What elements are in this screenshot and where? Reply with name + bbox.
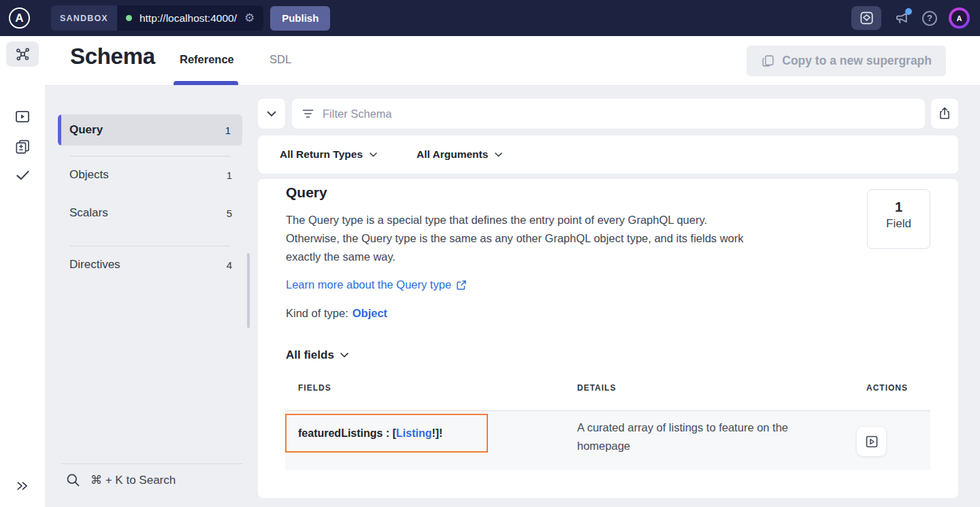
user-avatar[interactable]: A [949,7,970,29]
chevron-down-icon [340,353,348,358]
field-count-value: 1 [868,199,930,215]
filter-schema-field[interactable] [292,99,925,129]
search-hint-label: ⌘ + K to Search [91,473,176,487]
type-description: The Query type is a special type that de… [286,211,762,266]
page-title: Schema [70,44,155,69]
chevron-down-icon [267,111,276,117]
page-header: Schema Reference SDL Copy to a new super… [45,36,980,86]
schema-graph-icon [15,46,31,62]
share-export-icon [938,107,951,120]
topbar-right-icons: ? A [851,6,970,30]
copy-to-supergraph-button[interactable]: Copy to a new supergraph [747,46,946,76]
apollo-logo-icon[interactable]: A [9,7,30,29]
kind-value-link[interactable]: Object [353,307,387,319]
expand-rail-button[interactable] [0,478,45,493]
filter-icon [301,108,314,119]
gear-icon[interactable]: ⚙ [244,12,255,24]
play-box-icon [14,108,31,125]
column-header-actions: ACTIONS [836,383,930,393]
double-chevron-right-icon [15,478,30,493]
count-badge: 1 [225,125,231,136]
schema-sidebar: Query 1 Objects 1 Scalars 5 Directives 4… [45,86,258,507]
sidebar-item-query[interactable]: Query 1 [58,114,242,146]
type-detail-card: Query 1 Field The Query type is a specia… [258,179,958,498]
rail-item-changelog[interactable] [0,138,45,154]
rail-item-schema[interactable] [6,42,39,67]
field-suffix: !]! [431,427,442,440]
fields-table-header: FIELDS DETAILS ACTIONS [285,383,930,393]
publish-button[interactable]: Publish [270,6,330,31]
run-field-in-explorer-button[interactable] [856,426,887,457]
filter-scope-dropdown-button[interactable] [258,99,285,129]
sidebar-divider [69,246,230,246]
chevron-down-icon [370,152,377,157]
sidebar-divider [69,156,230,157]
return-types-dropdown[interactable]: All Return Types [280,148,377,161]
tab-reference[interactable]: Reference [180,53,234,66]
count-badge: 5 [227,208,232,219]
left-rail [0,36,45,507]
filter-toolbar [258,99,958,129]
question-mark-icon: ? [927,13,932,23]
count-badge: 1 [227,169,232,181]
sidebar-scrollbar-thumb[interactable] [247,253,250,328]
field-count-label: Field [868,217,930,231]
sandbox-cube-button[interactable] [851,6,881,30]
field-type-link[interactable]: Listing [396,427,431,440]
field-count-card: 1 Field [867,189,930,249]
export-schema-button[interactable] [931,99,958,129]
notification-dot [905,8,912,15]
column-header-fields: FIELDS [285,383,577,393]
tab-sdl[interactable]: SDL [270,53,291,66]
sandbox-endpoint-group: SANDBOX http://localhost:4000/ ⚙ [51,5,263,31]
sidebar-item-objects[interactable]: Objects 1 [69,166,232,184]
checkmark-icon [14,167,31,184]
help-button[interactable]: ? [922,11,937,26]
sidebar-item-scalars[interactable]: Scalars 5 [69,204,232,222]
rail-item-explorer[interactable] [0,108,45,125]
connection-status-dot [126,15,132,21]
stacked-docs-icon [14,138,31,154]
field-row-featuredListings: featuredListings : [Listing!]! A curated… [285,411,930,470]
all-fields-dropdown[interactable]: All fields [286,348,348,362]
top-bar: A SANDBOX http://localhost:4000/ ⚙ Publi… [0,0,980,36]
arguments-dropdown[interactable]: All Arguments [416,148,502,161]
field-name: featuredListings [298,427,382,440]
announcements-button[interactable] [893,10,911,27]
chevron-down-icon [495,152,502,157]
column-header-details: DETAILS [577,383,836,393]
main-content: All Return Types All Arguments Query 1 F… [258,99,958,498]
active-tab-indicator [174,81,238,85]
field-separator: : [ [382,427,396,440]
kind-label: Kind of type: [286,307,348,319]
cube-icon [860,11,874,25]
learn-more-link[interactable]: Learn more about the Query type [286,278,467,291]
sidebar-divider [61,463,242,464]
filter-schema-input[interactable] [323,108,915,120]
external-link-icon [456,280,467,291]
kind-of-type-row: Kind of type:Object [286,307,387,320]
field-signature-highlight: featuredListings : [Listing!]! [285,414,488,453]
sandbox-badge: SANDBOX [51,5,117,31]
field-description: A curated array of listings to feature o… [577,419,808,455]
field-filters-panel: All Return Types All Arguments [258,135,958,174]
schema-search-shortcut[interactable]: ⌘ + K to Search [65,472,176,488]
rail-item-checks[interactable] [0,167,45,184]
copy-icon [761,54,775,68]
type-name-heading: Query [286,184,327,201]
play-box-icon [865,435,879,448]
endpoint-bar[interactable]: http://localhost:4000/ ⚙ [117,5,263,31]
sidebar-item-directives[interactable]: Directives 4 [69,256,232,274]
search-icon [65,472,81,488]
count-badge: 4 [227,259,232,271]
endpoint-url[interactable]: http://localhost:4000/ [140,12,237,24]
